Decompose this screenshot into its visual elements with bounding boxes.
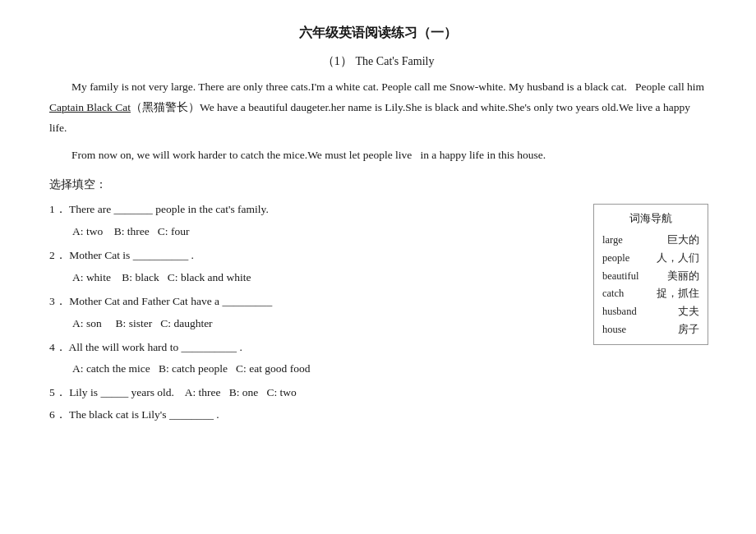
- vocab-en-beautiful: beautiful: [602, 268, 648, 286]
- vocab-zh-catch: 捉，抓住: [657, 285, 699, 303]
- q1-text: There are _______ people in the cat's fa…: [69, 203, 269, 215]
- q3-text: Mother Cat and Father Cat have a _______…: [69, 295, 272, 307]
- vocab-row-husband: husband 丈夫: [602, 303, 699, 321]
- vocab-en-husband: husband: [602, 303, 648, 321]
- question-5: 5． Lily is _____ years old. A: three B: …: [49, 384, 707, 403]
- vocab-en-large: large: [602, 232, 648, 250]
- vocab-title: 词海导航: [602, 209, 699, 228]
- vocab-en-catch: catch: [602, 285, 648, 303]
- article-title: （1） The Cat's Family: [49, 53, 707, 69]
- vocab-row-large: large 巨大的: [602, 232, 699, 250]
- q4-text: All the will work hard to __________ .: [68, 341, 242, 353]
- q3-num: 3．: [49, 295, 67, 307]
- q4-options: A: catch the mice B: catch people C: eat…: [72, 360, 707, 379]
- section-title: 选择填空：: [49, 177, 707, 192]
- passage-para1: My family is not very large. There are o…: [49, 77, 707, 139]
- vocab-row-people: people 人，人们: [602, 250, 699, 268]
- q5-num: 5．: [49, 386, 67, 398]
- vocab-row-beautiful: beautiful 美丽的: [602, 268, 699, 286]
- q1-num: 1．: [49, 203, 67, 215]
- page: 六年级英语阅读练习（一） （1） The Cat's Family My fam…: [0, 0, 756, 534]
- vocab-en-people: people: [602, 250, 648, 268]
- q6-num: 6．: [49, 408, 67, 421]
- q2-num: 2．: [49, 249, 67, 261]
- passage-para2: From now on, we will work harder to catc…: [49, 145, 707, 166]
- vocab-row-catch: catch 捉，抓住: [602, 285, 699, 303]
- q5-text: Lily is _____ years old. A: three B: one…: [69, 386, 297, 398]
- vocab-row-house: house 房子: [602, 321, 699, 339]
- vocab-zh-husband: 丈夫: [678, 303, 699, 321]
- captain-underline: Captain Black Cat: [49, 101, 131, 113]
- vocab-en-house: house: [602, 321, 648, 339]
- vocab-zh-people: 人，人们: [657, 250, 699, 268]
- main-title: 六年级英语阅读练习（一）: [49, 25, 707, 42]
- q2-text: Mother Cat is __________ .: [69, 249, 194, 261]
- question-6: 6． The black cat is Lily's ________ .: [49, 406, 707, 425]
- vocab-zh-beautiful: 美丽的: [667, 268, 699, 286]
- vocab-box: 词海导航 large 巨大的 people 人，人们 beautiful 美丽的…: [593, 204, 708, 345]
- article-name: The Cat's Family: [356, 55, 435, 67]
- vocab-zh-house: 房子: [678, 321, 699, 339]
- vocab-zh-large: 巨大的: [667, 232, 699, 250]
- q4-num: 4．: [49, 341, 67, 353]
- q6-text: The black cat is Lily's ________ .: [69, 408, 219, 421]
- article-num: （1）: [322, 54, 353, 67]
